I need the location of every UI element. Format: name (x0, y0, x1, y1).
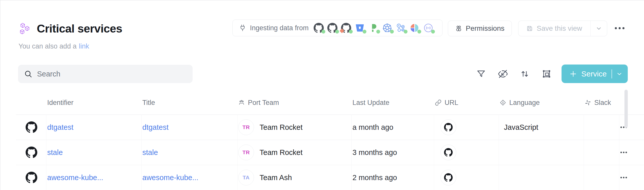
header-last-update[interactable]: Last Update (352, 91, 434, 115)
catalog-page: Critical services You can also add a lin… (0, 0, 644, 190)
webhook-icon (423, 23, 433, 33)
slack-cell (584, 165, 619, 190)
github-icon (444, 173, 453, 182)
chevron-down-icon[interactable] (595, 25, 602, 32)
title-link[interactable]: stale (142, 148, 158, 157)
search-bar[interactable] (18, 65, 193, 83)
github-icon (314, 23, 324, 33)
property-diamond-icon (500, 99, 506, 106)
hide-properties-icon[interactable] (498, 69, 508, 79)
button-divider (590, 21, 591, 36)
header-source (16, 91, 46, 115)
filter-icon[interactable] (476, 69, 486, 79)
team-name: Team Rocket (260, 123, 302, 132)
github-icon (26, 172, 37, 183)
table-header-row: Identifier Title Port Team Last Update (16, 91, 644, 115)
header-identifier[interactable]: Identifier (46, 91, 142, 115)
search-icon (24, 70, 32, 78)
slack-cell (584, 140, 619, 165)
team-name: Team Ash (260, 173, 292, 182)
status-dot (349, 30, 353, 34)
team-name: Team Rocket (260, 148, 302, 157)
search-input[interactable] (37, 70, 187, 78)
header-url[interactable]: URL (434, 91, 499, 115)
title-link[interactable]: awesome-kube... (142, 173, 198, 182)
header-title[interactable]: Title (142, 91, 238, 115)
page-title: Critical services (37, 22, 122, 35)
github-icon (26, 121, 37, 133)
chevron-down-icon[interactable] (616, 71, 623, 77)
language-cell: JavaScript (499, 115, 584, 140)
url-github-link[interactable] (440, 170, 456, 185)
row-menu-button[interactable] (620, 177, 627, 178)
slack-cell (584, 115, 619, 140)
source-cell (16, 140, 46, 165)
header-team[interactable]: Port Team (238, 91, 352, 115)
add-service-button[interactable]: Service (562, 65, 628, 83)
source-cell (16, 165, 46, 190)
kubernetes-icon (382, 23, 392, 33)
status-dot (321, 30, 325, 34)
github-icon (444, 123, 453, 132)
github-badge-icon (341, 23, 351, 33)
status-dot (335, 30, 339, 34)
status-dot (363, 30, 366, 34)
pagerduty-icon (368, 23, 379, 33)
add-service-label: Service (581, 70, 607, 78)
button-divider (612, 69, 612, 78)
ingesting-data-pill[interactable]: Ingesting data from (232, 20, 443, 36)
title-link[interactable]: dtgatest (142, 123, 168, 132)
github-icon (26, 147, 37, 158)
status-dot (417, 30, 421, 34)
more-menu-button[interactable] (615, 27, 624, 29)
permissions-button[interactable]: Permissions (448, 21, 512, 36)
link-icon (435, 99, 442, 106)
github-icon (444, 148, 453, 157)
last-update-cell: 2 months ago (352, 165, 434, 190)
save-icon (526, 25, 533, 32)
bitbucket-icon (355, 23, 365, 33)
identifier-link[interactable]: stale (47, 148, 63, 157)
team-avatar: TR (238, 119, 254, 135)
table-row: stale stale TR Team Rocket 3 months ago (16, 140, 644, 165)
team-avatar: TA (238, 170, 254, 185)
language-cell (499, 140, 584, 165)
users-icon (455, 25, 462, 32)
team-avatar: TR (238, 145, 254, 160)
subtitle: You can also add a link (19, 42, 89, 50)
status-dot (404, 30, 408, 34)
group-by-icon[interactable] (542, 69, 551, 79)
identifier-link[interactable]: dtgatest (47, 123, 73, 132)
slack-icon (585, 99, 591, 106)
add-link[interactable]: link (79, 42, 89, 50)
subtitle-text: You can also add a (19, 42, 77, 50)
status-dot (376, 30, 380, 34)
source-cell (16, 115, 46, 140)
workflow-icon (396, 23, 406, 33)
dynatrace-icon (410, 23, 420, 33)
blueprint-cubes-icon (18, 23, 30, 35)
plus-icon (569, 70, 577, 78)
table-row: dtgatest dtgatest TR Team Rocket a month… (16, 115, 644, 140)
status-dot (431, 30, 435, 34)
url-github-link[interactable] (440, 119, 456, 135)
permissions-label: Permissions (466, 24, 504, 33)
team-icon (238, 99, 245, 106)
vertical-scrollbar[interactable] (624, 90, 628, 128)
save-view-button[interactable]: Save this view (518, 21, 607, 36)
language-cell (499, 165, 584, 190)
url-github-link[interactable] (440, 145, 456, 160)
identifier-link[interactable]: awesome-kube... (47, 173, 103, 182)
ingesting-label: Ingesting data from (250, 24, 309, 32)
github-icon (327, 23, 337, 33)
save-view-label: Save this view (537, 24, 582, 33)
last-update-cell: a month ago (352, 115, 434, 140)
sort-icon[interactable] (520, 69, 530, 79)
header-language[interactable]: Language (499, 91, 584, 115)
header-slack[interactable]: Slack (584, 91, 619, 115)
last-update-cell: 3 months ago (352, 140, 434, 165)
row-menu-button[interactable] (620, 152, 627, 153)
services-table: Identifier Title Port Team Last Update (16, 91, 644, 190)
plug-icon (239, 24, 246, 32)
table-row: awesome-kube... awesome-kube... TA Team … (16, 165, 644, 190)
